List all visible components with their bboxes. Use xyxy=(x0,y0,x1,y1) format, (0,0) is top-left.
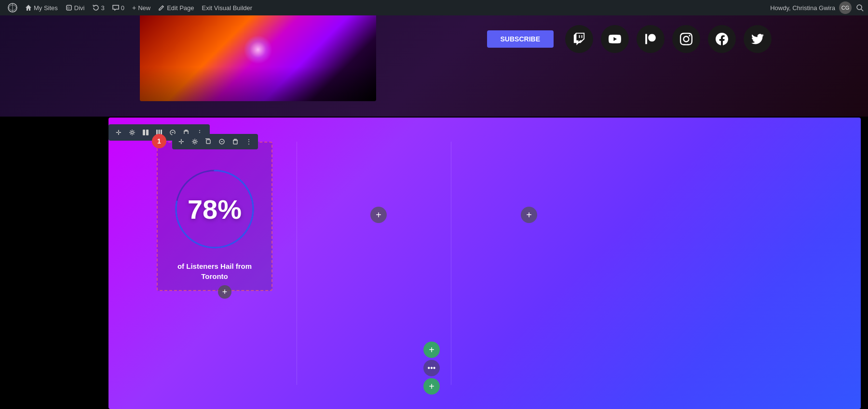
admin-bar-right: Howdy, Christina Gwira CG xyxy=(770,1,864,14)
circle-meter: 78% xyxy=(167,167,262,251)
wp-logo[interactable] xyxy=(4,0,21,15)
refresh-icon xyxy=(93,4,99,11)
col3-add-module-button[interactable]: + xyxy=(521,207,537,223)
hero-image xyxy=(140,15,376,101)
pencil-icon xyxy=(158,4,165,11)
admin-bar: My Sites D Divi 3 0 + New Edit Page Exit… xyxy=(0,0,868,15)
comments-link[interactable]: 0 xyxy=(108,0,128,15)
bottom-controls: + ••• + xyxy=(423,342,440,395)
facebook-icon xyxy=(716,33,728,45)
svg-rect-16 xyxy=(206,140,210,144)
twitch-button[interactable] xyxy=(565,25,593,53)
row-move-icon[interactable]: ✛ xyxy=(113,127,124,138)
col2-add-module-button[interactable]: + xyxy=(370,207,387,223)
exit-builder-link[interactable]: Exit Visual Builder xyxy=(198,0,257,15)
new-label: New xyxy=(138,4,150,12)
module-clone-icon[interactable] xyxy=(203,136,214,147)
svg-point-6 xyxy=(131,132,134,134)
svg-text:D: D xyxy=(67,6,69,10)
exit-builder-label: Exit Visual Builder xyxy=(202,4,253,12)
purple-section: ✛ ⋮ 1 ✛ xyxy=(108,118,861,409)
module-move-icon[interactable]: ✛ xyxy=(176,136,187,147)
my-sites-link[interactable]: My Sites xyxy=(21,0,62,15)
module-disable-icon[interactable] xyxy=(217,136,227,147)
edit-page-link[interactable]: Edit Page xyxy=(154,0,198,15)
module-settings-icon[interactable] xyxy=(190,136,200,147)
svg-point-4 xyxy=(857,5,862,10)
facebook-button[interactable] xyxy=(708,25,736,53)
divi-link[interactable]: D Divi xyxy=(62,0,89,15)
row-settings-icon[interactable] xyxy=(127,127,137,138)
top-section: SUBSCRIBE xyxy=(0,15,868,117)
instagram-button[interactable] xyxy=(672,25,700,53)
divi-label: Divi xyxy=(74,4,85,12)
subscribe-button[interactable]: SUBSCRIBE xyxy=(487,30,554,48)
plus-icon: + xyxy=(132,4,136,12)
col1-inline-add-button[interactable]: + xyxy=(218,285,231,299)
divi-icon: D xyxy=(66,4,72,11)
howdy-text: Howdy, Christina Gwira xyxy=(770,4,835,12)
patreon-button[interactable] xyxy=(637,25,665,53)
updates-count: 3 xyxy=(101,4,105,12)
comment-icon xyxy=(112,4,119,11)
search-icon[interactable] xyxy=(855,3,864,12)
add-row-button[interactable]: + xyxy=(423,342,440,358)
twitter-button[interactable] xyxy=(744,25,772,53)
add-section-button[interactable]: + xyxy=(423,378,440,395)
svg-rect-8 xyxy=(146,130,149,135)
instagram-icon xyxy=(680,33,692,45)
module-caption: of Listeners Hail from Toronto xyxy=(158,261,271,281)
patreon-icon xyxy=(644,33,657,45)
module-toolbar: ✛ ⋮ xyxy=(172,134,258,149)
youtube-button[interactable] xyxy=(601,25,629,53)
caption-line1: of Listeners Hail from xyxy=(158,261,271,271)
col-divider-1 xyxy=(297,142,297,385)
comments-count: 0 xyxy=(121,4,124,12)
row-layout-icon[interactable] xyxy=(140,127,151,138)
youtube-icon xyxy=(609,33,621,45)
svg-point-15 xyxy=(194,141,196,143)
module-delete-icon[interactable] xyxy=(230,136,241,147)
main-content: SUBSCRIBE ✛ xyxy=(0,15,868,409)
my-sites-label: My Sites xyxy=(34,4,58,12)
svg-line-5 xyxy=(861,9,863,11)
twitter-icon xyxy=(751,33,764,45)
avatar[interactable]: CG xyxy=(839,1,852,14)
social-area: SUBSCRIBE xyxy=(487,25,772,53)
edit-page-label: Edit Page xyxy=(167,4,194,12)
module-badge: 1 xyxy=(152,134,166,148)
updates-link[interactable]: 3 xyxy=(89,0,108,15)
twitch-icon xyxy=(573,33,585,45)
house-icon xyxy=(25,4,32,11)
wordpress-icon xyxy=(8,3,17,13)
col-divider-2 xyxy=(451,142,451,385)
row-options-button[interactable]: ••• xyxy=(423,360,440,376)
new-link[interactable]: + New xyxy=(128,0,154,15)
module-card: 1 ✛ ⋮ xyxy=(157,142,272,291)
caption-line2: Toronto xyxy=(158,271,271,281)
svg-rect-7 xyxy=(143,130,145,135)
percent-value: 78% xyxy=(188,194,242,225)
svg-rect-19 xyxy=(233,140,237,144)
module-more-icon[interactable]: ⋮ xyxy=(244,136,254,147)
